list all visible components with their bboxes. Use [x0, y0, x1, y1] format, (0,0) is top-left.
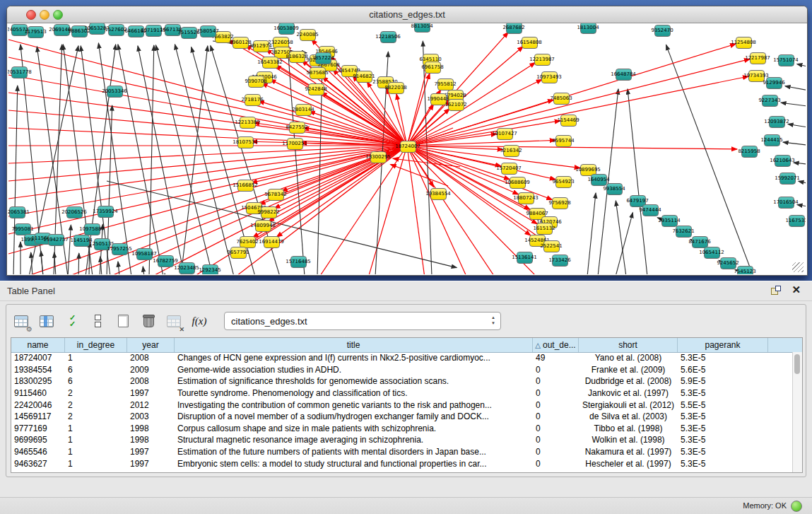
graph-node[interactable]: 16543382 — [262, 57, 278, 69]
graph-node[interactable]: 18107534 — [237, 136, 254, 148]
graph-node[interactable]: 7955812 — [437, 78, 454, 90]
graph-node[interactable]: 16782759 — [158, 255, 174, 267]
graph-node[interactable]: 15751074 — [778, 54, 794, 66]
graph-node[interactable]: 9245652 — [720, 257, 736, 269]
graph-node[interactable]: 19384554 — [430, 188, 447, 200]
function-builder-button[interactable]: f(x) — [190, 312, 208, 330]
graph-node[interactable]: 7515526 — [181, 27, 197, 39]
window-titlebar[interactable]: citations_edges.txt — [7, 6, 807, 23]
column-header-out_de[interactable]: △out_de... — [533, 338, 579, 352]
graph-node[interactable]: 9227343 — [762, 95, 778, 107]
graph-node[interactable]: 9938554 — [606, 183, 623, 195]
graph-node[interactable]: 9146821 — [356, 71, 372, 83]
graph-node[interactable]: 8186328 — [289, 51, 305, 63]
graph-node[interactable]: 16053809 — [278, 23, 295, 35]
table-selector-dropdown[interactable]: citations_edges.txt ▲▼ — [224, 312, 501, 330]
graph-node[interactable]: 12093872 — [769, 116, 785, 128]
graph-node[interactable]: 20691406 — [54, 24, 70, 36]
graph-node[interactable]: 9654923 — [555, 176, 572, 188]
graph-node[interactable]: 1733426 — [552, 255, 568, 267]
graph-node[interactable]: 1145194 — [73, 235, 90, 247]
graph-node[interactable]: 2718176 — [245, 94, 261, 106]
graph-node[interactable]: 5875685 — [310, 67, 326, 79]
column-header-name[interactable]: name — [11, 338, 65, 352]
graph-node[interactable]: 1527602 — [108, 24, 124, 36]
graph-node[interactable]: 10958187 — [136, 248, 153, 260]
graph-node[interactable]: 1990448 — [430, 93, 447, 105]
graph-node[interactable]: 8912974 — [253, 40, 269, 52]
column-header-year[interactable]: year — [127, 338, 175, 352]
graph-node[interactable]: 10653287 — [89, 23, 105, 35]
graph-node[interactable]: 10654112 — [704, 247, 720, 259]
graph-node[interactable]: 5678342 — [268, 189, 284, 201]
graph-node[interactable]: 16914479 — [264, 236, 280, 248]
graph-node[interactable]: 20206526 — [66, 206, 83, 218]
table-row[interactable]: 1938455462009Genome-wide association stu… — [11, 364, 793, 376]
graph-node[interactable]: 8215958 — [741, 146, 758, 158]
resize-grip[interactable] — [792, 262, 804, 272]
delete-table-icon[interactable]: ✕ — [165, 312, 183, 330]
column-header-in_degree[interactable]: in_degree — [65, 338, 127, 352]
graph-node[interactable]: 9129946 — [766, 77, 782, 89]
graph-node[interactable]: 10975887 — [84, 223, 100, 235]
graph-node[interactable]: 12213389 — [240, 117, 256, 129]
scrollbar-thumb[interactable] — [794, 354, 800, 374]
graph-node[interactable]: 7485063 — [553, 93, 570, 105]
graph-node[interactable]: 11254808 — [736, 37, 752, 49]
graph-node[interactable]: 8813054 — [414, 23, 430, 33]
select-all-rows-icon[interactable]: ✓✓ — [63, 312, 81, 330]
graph-node[interactable]: 16210643 — [775, 155, 791, 167]
graph-node[interactable]: 10719135 — [146, 25, 162, 37]
graph-node[interactable]: 15136141 — [517, 252, 533, 264]
new-table-icon[interactable] — [114, 312, 132, 330]
graph-node[interactable]: 8595744 — [555, 135, 572, 147]
graph-node[interactable]: 3216342 — [503, 145, 519, 157]
select-columns-icon[interactable] — [37, 312, 56, 330]
graph-node[interactable]: 8471676 — [692, 236, 708, 248]
graph-node[interactable]: 15942757 — [48, 234, 64, 246]
table-row[interactable]: 1830029562008Estimation of significance … — [11, 375, 793, 387]
graph-node[interactable]: 2522541 — [543, 240, 560, 252]
graph-node[interactable]: 7580547 — [200, 25, 216, 37]
graph-node[interactable]: 18300295 — [370, 151, 387, 163]
float-panel-icon[interactable] — [771, 286, 781, 295]
graph-node[interactable]: 9352470 — [654, 25, 671, 37]
table-row[interactable]: 946362711997Embryonic stem cells: a mode… — [11, 457, 793, 469]
graph-node[interactable]: 16154808 — [522, 37, 538, 49]
graph-node[interactable]: 1167531 — [789, 215, 805, 227]
table-row[interactable]: 946554611997Estimation of the future num… — [11, 446, 793, 458]
graph-node[interactable]: 17359924 — [98, 206, 114, 218]
network-canvas[interactable]: 7663822896012889129742322605838275051654… — [8, 23, 806, 274]
graph-node[interactable]: 12218506 — [380, 31, 396, 43]
graph-node[interactable]: 14809948 — [255, 220, 271, 232]
graph-node[interactable]: 12023485 — [179, 262, 195, 274]
graph-node[interactable]: 18807243 — [518, 192, 534, 204]
graph-node[interactable]: 1179513 — [28, 26, 44, 38]
graph-node[interactable]: 2687682 — [506, 23, 522, 34]
graph-node[interactable]: 1640954 — [591, 174, 607, 186]
graph-node[interactable]: 2935114 — [661, 215, 678, 227]
table-row[interactable]: 911546021997Tourette syndrome. Phenomeno… — [11, 387, 793, 399]
graph-node[interactable]: 18724007 — [400, 141, 416, 153]
graph-node[interactable]: 9998222 — [261, 206, 277, 218]
table-row[interactable]: 2242004622012Investigating the contribut… — [11, 399, 793, 411]
graph-node[interactable]: 9474444 — [642, 204, 659, 216]
graph-node[interactable]: 7625402 — [240, 236, 256, 248]
graph-node[interactable]: 20531778 — [11, 66, 28, 78]
graph-node[interactable]: 10107427 — [497, 128, 513, 140]
row-height-icon[interactable] — [88, 312, 107, 330]
graph-node[interactable]: 19734393 — [748, 70, 765, 82]
graph-node[interactable]: 16648784 — [616, 69, 632, 81]
column-header-short[interactable]: short — [579, 338, 678, 352]
graph-node[interactable]: 2240085 — [300, 29, 316, 41]
graph-node[interactable]: 1154469 — [560, 115, 577, 127]
vertical-scrollbar[interactable] — [792, 352, 802, 472]
table-row[interactable]: 1456911722003Disruption of a novel membe… — [11, 411, 793, 423]
graph-node[interactable]: 20053346 — [107, 86, 123, 98]
graph-node[interactable]: 17957255 — [112, 243, 128, 255]
graph-node[interactable]: 3857224 — [315, 52, 331, 64]
graph-node[interactable]: 15716485 — [290, 256, 307, 268]
graph-node[interactable]: 9242848 — [308, 83, 324, 95]
graph-node[interactable]: 1621072 — [448, 99, 464, 111]
graph-node[interactable]: 15720407 — [501, 163, 517, 175]
